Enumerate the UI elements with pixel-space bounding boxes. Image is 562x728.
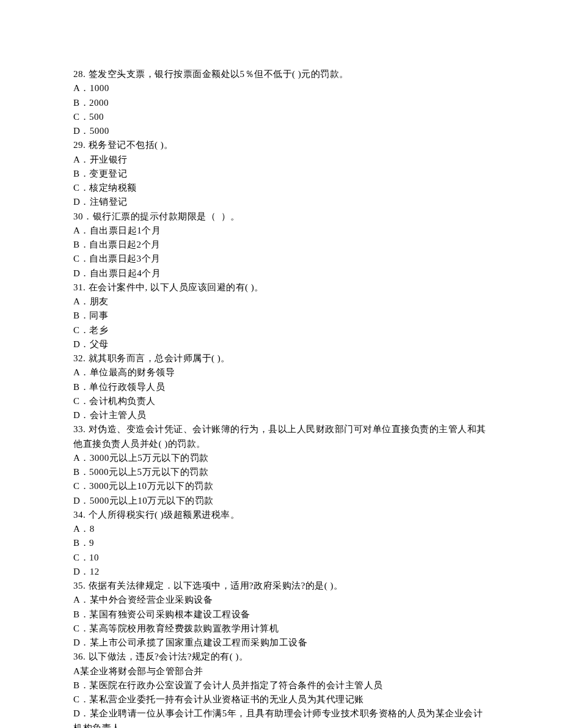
question-option: A．8 (73, 522, 489, 536)
question-option: B．单位行政领导人员 (73, 380, 489, 394)
question-option: B．9 (73, 536, 489, 550)
question-option: A．朋友 (73, 295, 489, 309)
question-option: C．某高等院校用教育经费拨款购置教学用计算机 (73, 622, 489, 636)
question-option: A．开业银行 (73, 153, 489, 167)
question-option: D．某企业聘请一位从事会计工作满5年，且具有助理会计师专业技术职务资格的人员为某… (73, 707, 489, 728)
question-stem: 33. 对伪造、变造会计凭证、会计账簿的行为，县以上人民财政部门可对单位直接负责… (73, 422, 489, 451)
question-option: C．500 (73, 110, 489, 124)
question-option: D．5000元以上10万元以下的罚款 (73, 494, 489, 508)
question-option: B．自出票日起2个月 (73, 238, 489, 252)
question-option: C．10 (73, 551, 489, 565)
question-stem: 28. 签发空头支票，银行按票面金额处以5％但不低于( )元的罚款。 (73, 67, 489, 81)
question-option: B．某国有独资公司采购根本建设工程设备 (73, 608, 489, 622)
question-option: A．单位最高的财务领导 (73, 366, 489, 380)
question-option: D．5000 (73, 124, 489, 138)
question-option: A．1000 (73, 81, 489, 95)
question-option: D．注销登记 (73, 195, 489, 209)
question-option: D．父母 (73, 337, 489, 351)
question-option: B．变更登记 (73, 167, 489, 181)
question-option: A．自出票日起1个月 (73, 224, 489, 238)
question-stem: 35. 依据有关法律规定．以下选项中，适用?政府采购法?的是( )。 (73, 579, 489, 593)
question-option: D．会计主管人员 (73, 408, 489, 422)
question-option: B．2000 (73, 96, 489, 110)
question-option: C．某私营企业委托一持有会计从业资格证书的无业人员为其代理记账 (73, 693, 489, 707)
question-option: B．5000元以上5万元以下的罚款 (73, 465, 489, 479)
question-option: C．3000元以上10万元以下的罚款 (73, 479, 489, 493)
question-option: D．12 (73, 565, 489, 579)
document-body: 28. 签发空头支票，银行按票面金额处以5％但不低于( )元的罚款。A．1000… (73, 67, 489, 728)
question-option: A．3000元以上5万元以下的罚款 (73, 451, 489, 465)
question-option: B．同事 (73, 309, 489, 323)
question-stem: 30．银行汇票的提示付款期限是（ ）。 (73, 210, 489, 224)
question-stem: 31. 在会计案件中, 以下人员应该回避的有( )。 (73, 281, 489, 295)
question-option: A．某中外合资经营企业采购设备 (73, 593, 489, 607)
question-option: D．自出票日起4个月 (73, 267, 489, 281)
question-option: B．某医院在行政办公室设置了会计人员并指定了符合条件的会计主管人员 (73, 678, 489, 693)
question-stem: 32. 就其职务而言，总会计师属于( )。 (73, 351, 489, 366)
question-option: C．老乡 (73, 323, 489, 337)
question-option: C．自出票日起3个月 (73, 252, 489, 266)
question-stem: 34. 个人所得税实行( )级超额累进税率。 (73, 508, 489, 522)
question-option: A某企业将财会部与企管部合并 (73, 664, 489, 678)
question-option: C．会计机构负责人 (73, 394, 489, 408)
question-stem: 29. 税务登记不包括( )。 (73, 138, 489, 152)
question-option: D．某上市公司承揽了国家重点建设工程而采购加工设备 (73, 636, 489, 650)
question-stem: 36. 以下做法，违反?会计法?规定的有( )。 (73, 650, 489, 664)
question-option: C．核定纳税额 (73, 181, 489, 195)
